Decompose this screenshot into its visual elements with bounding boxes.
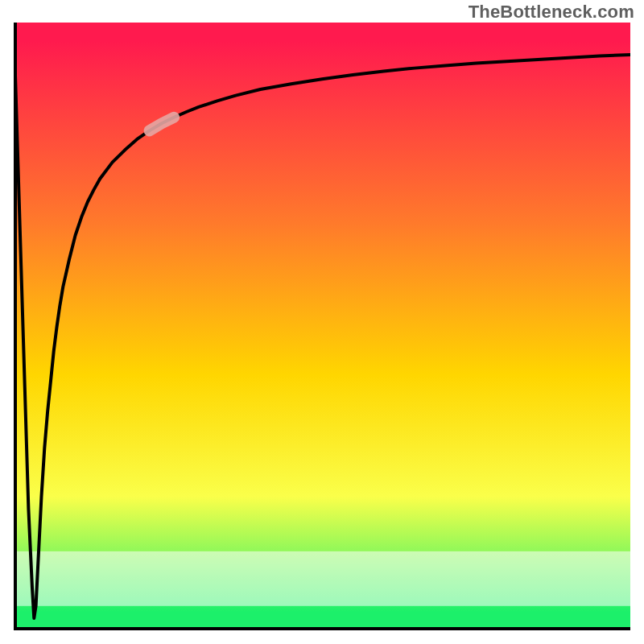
- x-axis: [14, 627, 630, 630]
- pale-band: [14, 551, 630, 606]
- y-axis: [14, 23, 17, 630]
- plot-svg: [14, 23, 630, 630]
- watermark: TheBottleneck.com: [469, 2, 634, 23]
- gradient-background: [14, 23, 630, 630]
- chart-container: TheBottleneck.com: [0, 0, 644, 644]
- plot-area: [14, 23, 630, 630]
